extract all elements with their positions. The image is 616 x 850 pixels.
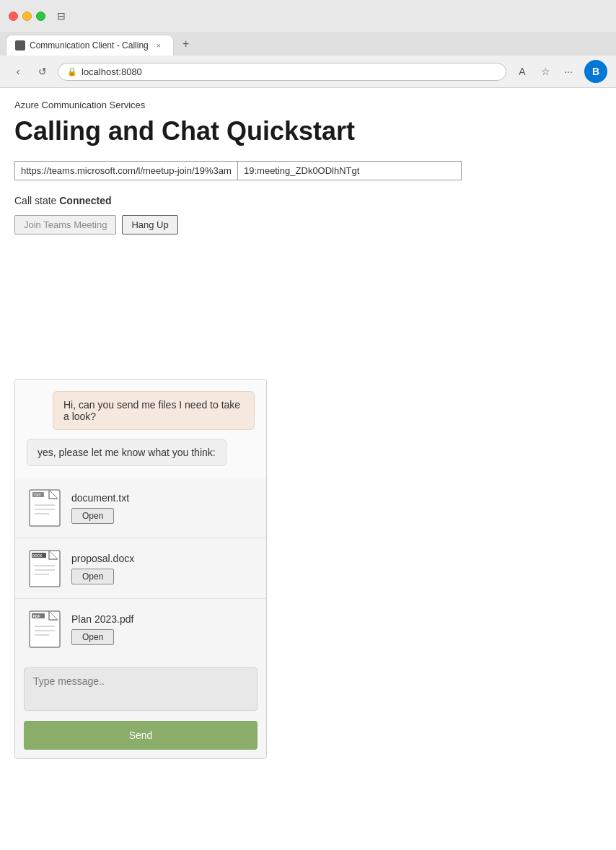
call-state-row: Call state Connected [14,195,602,206]
call-state-value: Connected [59,195,111,206]
page-content: Azure Communication Services Calling and… [0,88,616,771]
url-text: localhost:8080 [82,66,142,77]
tab-favicon [15,40,25,51]
bing-button[interactable]: B [584,60,607,83]
traffic-lights [9,12,45,21]
maximize-button[interactable] [36,12,45,21]
page-title: Calling and Chat Quickstart [14,116,602,146]
call-buttons: Join Teams Meeting Hang Up [14,215,602,235]
browser-chrome: ⊟ Communication Client - Calling × + ‹ ↺… [0,0,616,88]
chat-files: TXT document.txt Open [15,478,266,659]
file-item: PDF Plan 2023.pdf Open [15,599,266,659]
reader-view-button[interactable]: A [512,61,532,82]
meeting-url-input[interactable] [14,161,238,180]
file-name: proposal.docx [71,553,134,564]
file-icon-wrap: TXT [27,488,63,527]
back-button[interactable]: ‹ [9,62,27,81]
address-bar: ‹ ↺ 🔒 localhost:8080 A ☆ ··· B [0,56,616,87]
tab-close-button[interactable]: × [153,40,164,51]
tab-bar: Communication Client - Calling × + [0,32,616,56]
close-button[interactable] [9,12,18,21]
sent-message: yes, please let me know what you think: [27,439,226,466]
svg-text:DOCX: DOCX [32,554,42,558]
new-tab-button[interactable]: + [177,35,195,53]
browser-actions: A ☆ ··· [512,61,578,82]
message-input[interactable] [24,667,258,711]
refresh-button[interactable]: ↺ [33,62,52,81]
lock-icon: 🔒 [67,67,77,76]
open-file-button[interactable]: Open [71,629,114,645]
file-info: Plan 2023.pdf Open [71,613,133,645]
file-icon-wrap: DOCX [27,548,63,588]
meeting-id-input[interactable] [238,161,462,180]
favorites-button[interactable]: ☆ [535,61,555,82]
tab-title: Communication Client - Calling [30,40,149,51]
chat-messages: Hi, can you send me files I need to take… [15,380,266,478]
azure-label: Azure Communication Services [14,100,602,110]
send-button[interactable]: Send [24,721,258,750]
title-bar: ⊟ [0,0,616,32]
hang-up-button[interactable]: Hang Up [122,215,177,235]
file-info: document.txt Open [71,492,129,524]
open-file-button[interactable]: Open [71,569,114,584]
svg-text:TXT: TXT [34,493,40,497]
txt-file-icon: TXT [29,489,61,527]
more-button[interactable]: ··· [558,61,578,82]
file-item: TXT document.txt Open [15,478,266,538]
file-name: document.txt [71,492,129,504]
chat-container: Hi, can you send me files I need to take… [14,379,267,759]
url-bar[interactable]: 🔒 localhost:8080 [58,63,506,81]
call-state-label: Call state [14,195,56,206]
svg-text:PDF: PDF [33,614,40,618]
file-item: DOCX proposal.docx Open [15,538,266,599]
file-icon-wrap: PDF [27,609,63,649]
docx-file-icon: DOCX [29,550,61,587]
active-tab[interactable]: Communication Client - Calling × [6,35,174,56]
file-info: proposal.docx Open [71,553,134,584]
file-name: Plan 2023.pdf [71,613,133,625]
pdf-file-icon: PDF [29,610,61,648]
join-teams-button[interactable]: Join Teams Meeting [14,215,116,235]
chat-input-area: Send [15,659,266,758]
minimize-button[interactable] [22,12,32,21]
open-file-button[interactable]: Open [71,508,114,524]
sidebar-toggle[interactable]: ⊟ [51,6,71,26]
meeting-inputs [14,161,602,180]
received-message: Hi, can you send me files I need to take… [53,391,255,430]
